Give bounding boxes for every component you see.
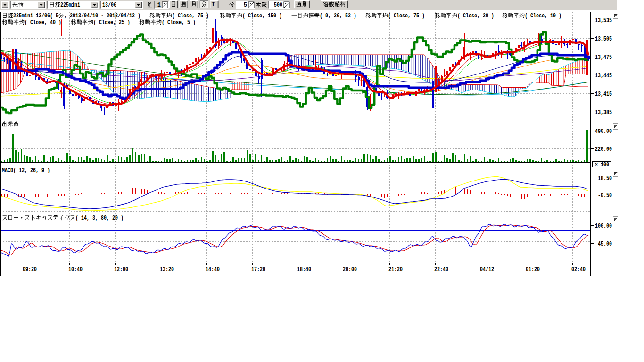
svg-text:, 2013/04/10 - 2013/04/12 ): , 2013/04/10 - 2013/04/12 ) [64,13,140,19]
svg-text:T: T [212,1,215,8]
svg-text:45.00: 45.00 [598,241,612,247]
svg-text:× 100: × 100 [595,162,609,168]
svg-text:500: 500 [274,2,282,8]
svg-text:( Close, 5 ): ( Close, 5 ) [162,19,196,26]
svg-text:13,475: 13,475 [595,54,612,61]
svg-text:( Close, 20 ): ( Close, 20 ) [457,13,494,19]
svg-text:( Close, 10 ): ( Close, 10 ) [525,13,561,19]
svg-text:13,535: 13,535 [595,17,612,24]
svg-text:13,385: 13,385 [595,109,612,116]
svg-text:17:20: 17:20 [251,266,265,273]
svg-text:13,415: 13,415 [595,91,612,98]
svg-text:490.00: 490.00 [595,128,612,135]
svg-text:22:40: 22:40 [434,266,448,273]
svg-text:20:00: 20:00 [343,266,357,273]
svg-text:13/06: 13/06 [102,2,116,8]
svg-text:( Close, 40 ): ( Close, 40 ) [25,19,61,26]
svg-text:04/12: 04/12 [480,266,494,273]
svg-text:( Close, 25 ): ( Close, 25 ) [93,19,130,26]
svg-text:18.50: 18.50 [598,175,612,182]
svg-text:01:20: 01:20 [526,266,540,273]
svg-text:( 9, 26, 52 ): ( 9, 26, 52 ) [320,13,356,19]
svg-text:225mini: 225mini [60,2,80,8]
svg-text:14:40: 14:40 [206,266,220,273]
svg-text:-0.50: -0.50 [598,192,612,199]
svg-text:5: 5 [244,2,247,8]
svg-text:MACD( 12, 26, 9 ): MACD( 12, 26, 9 ) [2,167,50,174]
svg-text:09:20: 09:20 [23,266,37,273]
svg-text:18:40: 18:40 [297,266,311,273]
svg-text:( Close, 75 ): ( Close, 75 ) [388,13,425,19]
svg-text:21:20: 21:20 [388,266,403,273]
svg-text:10:40: 10:40 [68,266,83,273]
svg-text:( 14, 3, 80, 20 ): ( 14, 3, 80, 20 ) [75,215,124,222]
svg-text:100.00: 100.00 [595,223,612,230]
svg-text:13,505: 13,505 [595,36,612,42]
svg-text:13:20: 13:20 [160,266,174,273]
svg-text:220.00: 220.00 [595,146,612,153]
svg-text:12:00: 12:00 [114,266,128,273]
svg-text:13,445: 13,445 [595,73,612,79]
svg-text:225mini 13/06( 5: 225mini 13/06( 5 [13,13,58,19]
svg-text:02:40: 02:40 [571,266,586,273]
svg-text:( Close, 150 ): ( Close, 150 ) [242,13,282,19]
svg-text:( Close, 75 ): ( Close, 75 ) [172,13,209,19]
svg-text:1: 1 [157,2,161,8]
